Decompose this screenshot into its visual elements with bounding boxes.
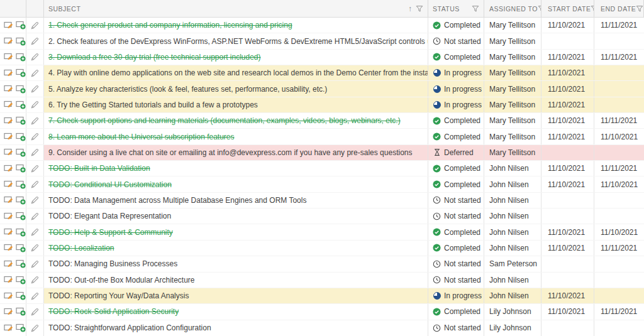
new-record-icon[interactable] (16, 212, 26, 220)
edit-record-icon[interactable] (4, 85, 13, 93)
subject-cell[interactable]: TODO: Out-of-the Box Modular Architectur… (44, 273, 428, 288)
table-row[interactable]: 3. Download a free 30-day trial (free te… (0, 50, 644, 65)
pencil-icon[interactable] (31, 21, 39, 30)
status-cell[interactable]: Completed (428, 224, 484, 239)
edit-record-icon[interactable] (4, 69, 13, 77)
new-record-icon[interactable] (16, 228, 26, 237)
new-record-icon[interactable] (16, 196, 26, 205)
end-date-cell[interactable] (594, 65, 644, 80)
end-date-cell[interactable]: 11/10/2021 (594, 129, 644, 144)
subject-cell[interactable]: TODO: Conditional UI Customization (44, 176, 428, 192)
status-cell[interactable]: Completed (428, 129, 484, 144)
end-date-cell[interactable] (594, 33, 644, 48)
new-record-icon[interactable] (16, 116, 26, 125)
start-date-cell[interactable]: 11/10/2021 (541, 18, 594, 33)
new-record-icon[interactable] (16, 259, 26, 268)
edit-record-icon[interactable] (4, 276, 13, 284)
status-cell[interactable]: Completed (428, 304, 484, 319)
edit-record-icon[interactable] (4, 165, 13, 173)
pencil-icon[interactable] (31, 308, 39, 316)
start-date-cell[interactable]: 11/10/2021 (541, 288, 594, 303)
pencil-icon[interactable] (31, 260, 39, 268)
subject-cell[interactable]: TODO: Built-in Data Validation (44, 161, 428, 176)
assigned-to-cell[interactable]: Mary Tellitson (484, 81, 541, 96)
new-record-icon[interactable] (16, 21, 26, 30)
assigned-to-cell[interactable]: Lily Johnson (484, 304, 541, 319)
subject-cell[interactable]: 8. Learn more about the Universal subscr… (44, 129, 428, 144)
pencil-icon[interactable] (31, 85, 39, 93)
pencil-icon[interactable] (31, 148, 39, 156)
table-row[interactable]: TODO: Data Management across Multiple Da… (0, 193, 644, 209)
subject-cell[interactable]: TODO: Reporting Your Way/Data Analysis (44, 288, 428, 303)
start-date-cell[interactable]: 11/10/2021 (541, 176, 594, 192)
table-row[interactable]: TODO: Built-in Data Validation Completed… (0, 161, 644, 176)
start-date-cell[interactable]: 11/10/2021 (541, 97, 594, 112)
new-record-icon[interactable] (16, 37, 26, 46)
assigned-to-cell[interactable]: Mary Tellitson (484, 65, 541, 80)
table-row[interactable]: 4. Play with online demo applications on… (0, 65, 644, 81)
table-row[interactable]: 9. Consider using a live chat on site or… (0, 145, 644, 161)
subject-cell[interactable]: TODO: Straightforward Application Config… (44, 320, 428, 336)
subject-cell[interactable]: 7. Check support options and learning ma… (44, 113, 428, 128)
header-subject[interactable]: SUBJECT ↑ (44, 0, 428, 17)
status-cell[interactable]: Completed (428, 50, 484, 65)
assigned-to-cell[interactable]: Mary Tellitson (484, 18, 541, 33)
subject-cell[interactable]: 4. Play with online demo applications on… (44, 65, 428, 80)
filter-funnel-icon[interactable] (416, 5, 423, 13)
new-record-icon[interactable] (16, 323, 26, 332)
new-record-icon[interactable] (16, 100, 26, 109)
end-date-cell[interactable] (594, 193, 644, 208)
filter-funnel-icon[interactable] (636, 5, 643, 13)
start-date-cell[interactable]: 11/10/2021 (541, 161, 594, 176)
assigned-to-cell[interactable]: John Nilsen (484, 241, 541, 256)
assigned-to-cell[interactable]: Mary Tellitson (484, 145, 541, 160)
status-cell[interactable]: Not started (428, 193, 484, 208)
subject-cell[interactable]: TODO: Elegant Data Representation (44, 209, 428, 224)
new-record-icon[interactable] (16, 244, 26, 252)
status-cell[interactable]: Not started (428, 273, 484, 288)
assigned-to-cell[interactable]: John Nilsen (484, 273, 541, 288)
edit-record-icon[interactable] (4, 133, 13, 141)
edit-record-icon[interactable] (4, 53, 13, 61)
pencil-icon[interactable] (31, 324, 39, 332)
new-record-icon[interactable] (16, 291, 26, 300)
subject-cell[interactable]: 9. Consider using a live chat on site or… (44, 145, 428, 160)
table-row[interactable]: 7. Check support options and learning ma… (0, 113, 644, 129)
subject-cell[interactable]: TODO: Help & Support & Community (44, 224, 428, 239)
end-date-cell[interactable] (594, 145, 644, 160)
new-record-icon[interactable] (16, 148, 26, 157)
edit-record-icon[interactable] (4, 308, 13, 316)
table-row[interactable]: TODO: Help & Support & Community Complet… (0, 224, 644, 240)
end-date-cell[interactable] (594, 273, 644, 288)
end-date-cell[interactable] (594, 256, 644, 271)
status-cell[interactable]: In progress (428, 288, 484, 303)
start-date-cell[interactable] (541, 256, 594, 271)
assigned-to-cell[interactable]: John Nilsen (484, 288, 541, 303)
status-cell[interactable]: Completed (428, 18, 484, 33)
table-row[interactable]: 8. Learn more about the Universal subscr… (0, 129, 644, 144)
assigned-to-cell[interactable]: Sam Peterson (484, 256, 541, 271)
table-row[interactable]: 1. Check general product and company inf… (0, 18, 644, 33)
edit-record-icon[interactable] (4, 37, 13, 45)
edit-record-icon[interactable] (4, 21, 13, 30)
assigned-to-cell[interactable]: Mary Tellitson (484, 50, 541, 65)
header-end-date[interactable]: END DATE (594, 0, 644, 17)
status-cell[interactable]: In progress (428, 81, 484, 96)
pencil-icon[interactable] (31, 244, 39, 252)
subject-cell[interactable]: TODO: Localization (44, 241, 428, 256)
new-record-icon[interactable] (16, 180, 26, 189)
filter-funnel-icon[interactable] (472, 5, 479, 13)
end-date-cell[interactable]: 11/11/2021 (594, 304, 644, 319)
assigned-to-cell[interactable]: John Nilsen (484, 176, 541, 192)
end-date-cell[interactable]: 11/11/2021 (594, 161, 644, 176)
status-cell[interactable]: Completed (428, 161, 484, 176)
edit-record-icon[interactable] (4, 180, 13, 188)
subject-cell[interactable]: 1. Check general product and company inf… (44, 18, 428, 33)
subject-cell[interactable]: 3. Download a free 30-day trial (free te… (44, 50, 428, 65)
end-date-cell[interactable] (594, 97, 644, 112)
subject-cell[interactable]: 5. Analyze key characteristics (look & f… (44, 81, 428, 96)
table-row[interactable]: 6. Try the Getting Started tutorials and… (0, 97, 644, 113)
start-date-cell[interactable] (541, 33, 594, 48)
start-date-cell[interactable] (541, 273, 594, 288)
assigned-to-cell[interactable]: Mary Tellitson (484, 97, 541, 112)
